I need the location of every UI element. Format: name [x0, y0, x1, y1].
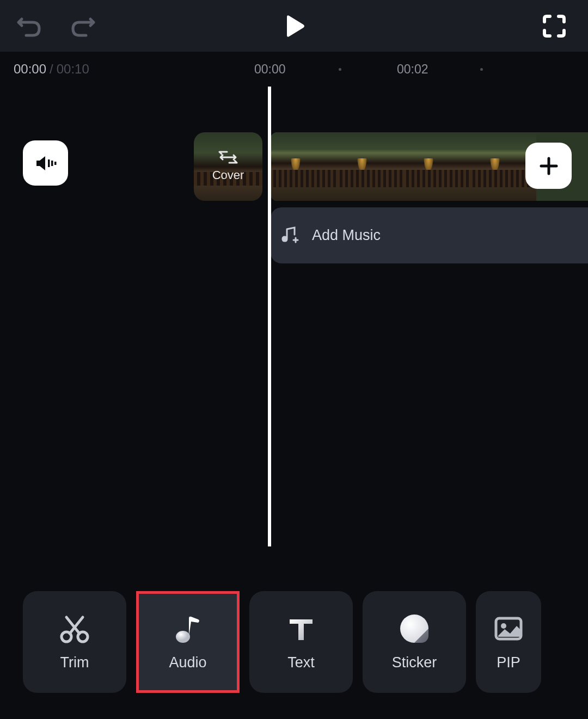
total-time-label: 00:10 [57, 62, 89, 77]
time-separator: / [50, 62, 53, 77]
timeline-dot [480, 68, 483, 71]
current-time-label: 00:00 [14, 62, 46, 77]
redo-icon[interactable] [70, 15, 96, 38]
music-plus-icon [280, 225, 312, 247]
tool-label: Audio [169, 654, 206, 671]
cover-thumbnail-button[interactable]: Cover [194, 132, 262, 201]
svg-point-8 [501, 623, 506, 629]
tool-label: Sticker [392, 654, 437, 671]
timeline-dot [339, 68, 341, 71]
timeline-marker-0: 00:00 [254, 62, 286, 77]
video-frame [337, 132, 403, 201]
bottom-toolbar: Trim Audio [0, 591, 588, 693]
timeline-area[interactable]: Cover Add Music [0, 89, 588, 280]
play-button[interactable] [280, 13, 308, 40]
swap-icon [218, 151, 238, 168]
top-toolbar [0, 0, 588, 52]
tool-label: Text [287, 654, 315, 671]
tool-audio[interactable]: Audio [136, 591, 240, 693]
svg-rect-1 [51, 161, 53, 166]
svg-point-6 [176, 631, 190, 643]
tool-trim[interactable]: Trim [23, 591, 126, 693]
tool-sticker[interactable]: Sticker [363, 591, 466, 693]
undo-redo-group [16, 15, 96, 38]
add-music-button[interactable]: Add Music [271, 207, 588, 263]
tool-pip[interactable]: PIP [476, 591, 541, 693]
tool-label: PIP [497, 654, 520, 671]
svg-rect-0 [48, 159, 50, 167]
video-frame [403, 132, 470, 201]
music-note-icon [172, 613, 204, 644]
text-icon [285, 613, 317, 644]
undo-icon[interactable] [16, 15, 42, 38]
video-frame [271, 132, 337, 201]
sound-toggle-button[interactable] [23, 140, 68, 186]
timeline-marker-1: 00:02 [397, 62, 428, 77]
cover-label: Cover [212, 168, 244, 182]
sticker-icon [399, 613, 430, 644]
tool-text[interactable]: Text [249, 591, 353, 693]
svg-point-3 [283, 237, 287, 241]
add-clip-button[interactable] [525, 143, 572, 189]
image-icon [493, 613, 524, 644]
svg-rect-2 [54, 162, 57, 165]
fullscreen-icon[interactable] [541, 13, 567, 39]
scissors-icon [59, 613, 90, 644]
playhead[interactable] [268, 87, 271, 546]
add-music-label: Add Music [312, 227, 381, 244]
tool-label: Trim [60, 654, 89, 671]
timestamp-row: 00:00 / 00:10 00:00 00:02 [0, 52, 588, 87]
